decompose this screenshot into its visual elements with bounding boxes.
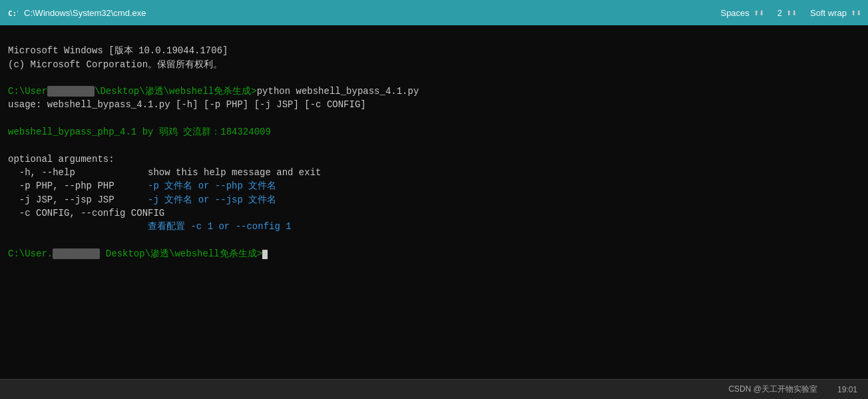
line4-prefix: C:\User [8,86,47,97]
number-chevron: ⬆⬇ [786,9,797,17]
line13: -c CONFIG, --config CONFIG [8,208,164,218]
svg-text:C:\: C:\ [8,9,18,18]
softwrap-control[interactable]: Soft wrap ⬆⬇ [810,8,861,18]
softwrap-label: Soft wrap [810,8,847,18]
time-display: 19:01 [837,385,857,394]
line4-path: \Desktop\渗透\webshell免杀生成> [95,86,257,97]
spaces-control[interactable]: Spaces ⬆⬇ [720,8,763,18]
title-bar-left: C:\ C:\Windows\System32\cmd.exe [7,7,146,19]
cursor [262,250,268,259]
line16-blurred: xxxxxxxx [53,248,100,259]
line11-suffix: -p 文件名 or --php 文件名 [148,181,276,191]
title-bar: C:\ C:\Windows\System32\cmd.exe Spaces ⬆… [0,0,868,25]
cmd-icon: C:\ [7,7,19,19]
line4-blurred: xxxxxxxx [47,86,95,97]
line12-suffix: -j 文件名 or --jsp 文件名 [148,195,276,205]
softwrap-chevron: ⬆⬇ [851,9,861,17]
line14: 查看配置 -c 1 or --config 1 [8,221,292,232]
title-bar-right: Spaces ⬆⬇ 2 ⬆⬇ Soft wrap ⬆⬇ [720,8,861,18]
line4-cmd: python webshell_bypass_4.1.py [257,86,419,97]
line16-prefix: C:\User. [8,248,53,259]
watermark: CSDN @天工开物实验室 [728,384,817,395]
line16-path: Desktop\渗透\webshell免杀生成> [100,248,262,259]
bottom-bar: CSDN @天工开物实验室 19:01 [0,379,868,399]
spaces-label: Spaces [720,8,749,18]
line7: webshell_bypass_php_4.1 by 弱鸡 交流群：184324… [8,127,271,137]
spaces-chevron: ⬆⬇ [754,9,764,17]
line5: usage: webshell_bypass_4.1.py [-h] [-p P… [8,99,366,110]
line12-prefix: -j JSP, --jsp JSP [8,195,148,205]
number-control[interactable]: 2 ⬆⬇ [777,8,797,18]
number-label: 2 [777,8,782,18]
terminal-body: Microsoft Windows [版本 10.0.19044.1706] (… [0,25,868,379]
title-bar-title: C:\Windows\System32\cmd.exe [24,8,146,18]
line1: Microsoft Windows [版本 10.0.19044.1706] (… [8,45,228,69]
